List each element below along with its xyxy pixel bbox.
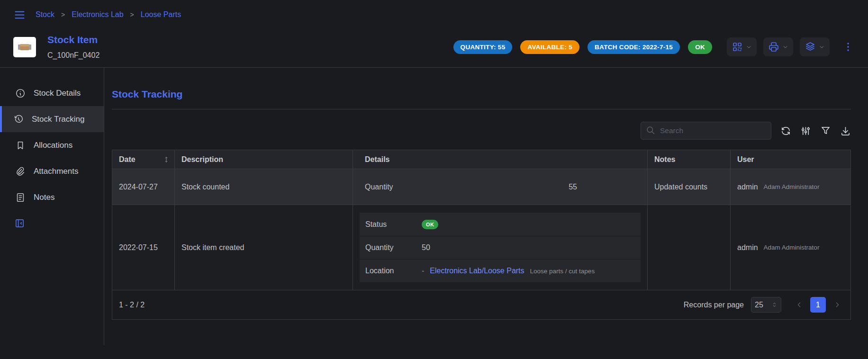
detail-value: 55	[569, 183, 577, 191]
user-fullname: Adam Administrator	[764, 244, 820, 251]
header-right: QUANTITY: 55 AVAILABLE: 5 BATCH CODE: 20…	[453, 37, 854, 56]
username: admin	[737, 183, 758, 191]
selector-icon	[771, 302, 778, 308]
cell-user: admin Adam Administrator	[730, 169, 850, 205]
column-settings-icon[interactable]	[800, 126, 811, 136]
table-header-row: Date Description Details Notes User	[112, 150, 850, 169]
table-toolbar	[112, 122, 851, 140]
sort-icon	[163, 156, 170, 163]
more-options-icon[interactable]	[842, 41, 854, 53]
details-subtable: Status OK Quantity 50 Location -	[360, 213, 641, 282]
status-ok-badge: OK	[688, 40, 712, 54]
printer-icon	[768, 41, 779, 53]
sidebar-item-label: Stock Details	[34, 89, 81, 98]
next-page-icon[interactable]	[831, 298, 844, 312]
detail-label: Status	[365, 220, 422, 229]
records-per-page-select[interactable]: 25	[751, 297, 781, 313]
breadcrumb: Stock > Electronics Lab > Loose Parts	[36, 10, 181, 19]
cell-notes: Updated counts	[647, 169, 730, 205]
search-input[interactable]	[641, 122, 771, 140]
batch-code-badge: BATCH CODE: 2022-7-15	[588, 40, 680, 54]
detail-value: 50	[422, 243, 430, 252]
sidebar-item-attachments[interactable]: Attachments	[0, 158, 104, 184]
column-header-user[interactable]: User	[730, 150, 850, 169]
breadcrumb-electronics-lab[interactable]: Electronics Lab	[72, 10, 123, 19]
filter-icon[interactable]	[820, 126, 831, 136]
search-icon	[646, 126, 656, 135]
print-actions-button[interactable]	[763, 37, 793, 56]
sidebar-item-allocations[interactable]: Allocations	[0, 132, 104, 158]
breadcrumb-separator: >	[61, 11, 65, 18]
location-link[interactable]: Electronics Lab/Loose Parts	[430, 267, 524, 275]
detail-label: Quantity	[365, 243, 422, 252]
column-header-notes[interactable]: Notes	[647, 150, 730, 169]
column-header-description[interactable]: Description	[174, 150, 353, 169]
user-fullname: Adam Administrator	[764, 183, 820, 190]
chevron-down-icon	[782, 44, 788, 50]
cell-description: Stock item created	[174, 205, 353, 290]
detail-location-row: Location - Electronics Lab/Loose Parts L…	[360, 259, 641, 282]
title-block: Stock Item C_100nF_0402	[47, 34, 99, 60]
sidebar-item-stock-details[interactable]: Stock Details	[0, 80, 104, 106]
cell-details: Status OK Quantity 50 Location -	[353, 205, 647, 290]
cell-date: 2024-07-27	[112, 169, 174, 205]
sidebar-collapse-icon[interactable]	[14, 218, 104, 229]
pagination: 1	[792, 297, 844, 313]
search-box	[641, 122, 771, 140]
previous-page-icon[interactable]	[792, 298, 805, 312]
stock-actions-button[interactable]	[800, 37, 830, 56]
detail-quantity-row: Quantity 50	[360, 236, 641, 259]
top-bar: Stock > Electronics Lab > Loose Parts	[0, 0, 868, 29]
username: admin	[737, 243, 758, 252]
column-header-date[interactable]: Date	[112, 150, 174, 169]
bookmark-icon	[15, 140, 26, 151]
stock-tracking-table: Date Description Details Notes User 2024…	[112, 150, 851, 320]
sidebar-item-label: Stock Tracking	[32, 115, 85, 124]
history-icon	[13, 114, 24, 125]
available-badge: AVAILABLE: 5	[520, 40, 579, 54]
sidebar-item-label: Attachments	[34, 167, 79, 176]
notes-icon	[15, 192, 26, 203]
capacitor-image	[17, 41, 33, 53]
cell-description: Stock counted	[174, 169, 353, 205]
section-heading: Stock Tracking	[112, 89, 851, 100]
records-per-page-label: Records per page	[684, 301, 744, 309]
detail-label: Location	[365, 267, 422, 275]
stock-item-page: Stock > Electronics Lab > Loose Parts St…	[0, 0, 868, 359]
chevron-down-icon	[746, 44, 752, 50]
sidebar-item-stock-tracking[interactable]: Stock Tracking	[0, 106, 104, 132]
table-row[interactable]: 2022-07-15 Stock item created Status OK …	[112, 205, 850, 290]
barcode-actions-button[interactable]	[727, 37, 757, 56]
page-header: Stock Item C_100nF_0402 QUANTITY: 55 AVA…	[0, 29, 868, 67]
column-header-details[interactable]: Details	[353, 150, 647, 169]
refresh-icon[interactable]	[780, 126, 791, 136]
cell-details: Quantity 55	[353, 169, 647, 205]
sidebar: Stock Details Stock Tracking Allocations…	[0, 68, 104, 345]
breadcrumb-stock[interactable]: Stock	[36, 10, 54, 19]
records-per-page-value: 25	[755, 301, 763, 309]
breadcrumb-separator: >	[130, 11, 134, 18]
header-actions	[727, 37, 830, 56]
sidebar-item-notes[interactable]: Notes	[0, 184, 104, 210]
stock-item-thumbnail[interactable]	[13, 37, 36, 57]
detail-status-row: Status OK	[360, 213, 641, 236]
location-prefix: -	[422, 267, 424, 275]
quantity-badge: QUANTITY: 55	[453, 40, 513, 54]
download-icon[interactable]	[840, 126, 851, 136]
cell-notes	[647, 205, 730, 290]
table-row[interactable]: 2024-07-27 Stock counted Quantity 55 Upd…	[112, 169, 850, 205]
page-1-button[interactable]: 1	[810, 297, 826, 313]
main-panel: Stock Tracking	[104, 68, 868, 345]
cell-user: admin Adam Administrator	[730, 205, 850, 290]
qrcode-icon	[732, 41, 743, 53]
hamburger-menu-icon[interactable]	[13, 9, 26, 21]
table-footer: 1 - 2 / 2 Records per page 25	[112, 290, 850, 319]
chevron-down-icon	[819, 44, 825, 50]
section-divider	[112, 109, 851, 109]
cell-date: 2022-07-15	[112, 205, 174, 290]
status-ok-mini-badge: OK	[422, 220, 438, 229]
detail-label: Quantity	[365, 183, 393, 191]
breadcrumb-loose-parts[interactable]: Loose Parts	[141, 10, 181, 19]
paperclip-icon	[15, 166, 26, 177]
location-description: Loose parts / cut tapes	[530, 268, 595, 275]
